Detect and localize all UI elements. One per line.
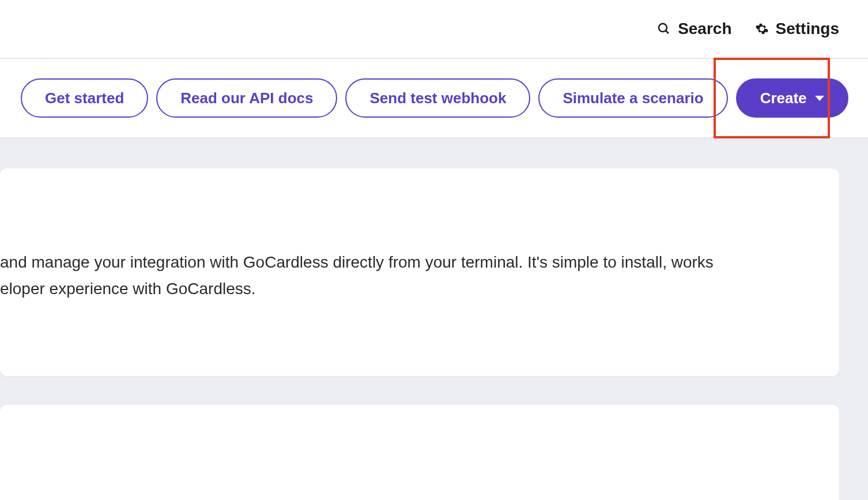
simulate-scenario-button[interactable]: Simulate a scenario [538, 78, 727, 118]
secondary-card [0, 405, 839, 500]
top-bar: Search Settings [0, 0, 868, 59]
get-started-button[interactable]: Get started [21, 78, 148, 118]
read-api-docs-button[interactable]: Read our API docs [156, 78, 337, 118]
settings-label: Settings [776, 20, 839, 38]
svg-point-0 [659, 24, 667, 32]
search-button[interactable]: Search [657, 20, 731, 38]
info-text-line1: and manage your integration with GoCardl… [0, 249, 839, 276]
info-text-line2: eloper experience with GoCardless. [0, 276, 839, 302]
info-card: and manage your integration with GoCardl… [0, 168, 839, 376]
content-area: and manage your integration with GoCardl… [0, 138, 868, 500]
action-bar: Get started Read our API docs Send test … [0, 59, 868, 138]
search-label: Search [678, 20, 731, 38]
get-started-label: Get started [45, 89, 124, 107]
settings-button[interactable]: Settings [755, 20, 839, 38]
create-label: Create [760, 89, 807, 107]
send-test-webhook-label: Send test webhook [369, 89, 506, 107]
svg-line-1 [666, 31, 669, 33]
search-icon [657, 22, 671, 36]
read-api-docs-label: Read our API docs [180, 89, 313, 107]
gear-icon [755, 22, 769, 36]
simulate-scenario-label: Simulate a scenario [563, 89, 703, 107]
create-button[interactable]: Create [736, 78, 848, 118]
chevron-down-icon [815, 96, 824, 101]
send-test-webhook-button[interactable]: Send test webhook [345, 78, 530, 118]
